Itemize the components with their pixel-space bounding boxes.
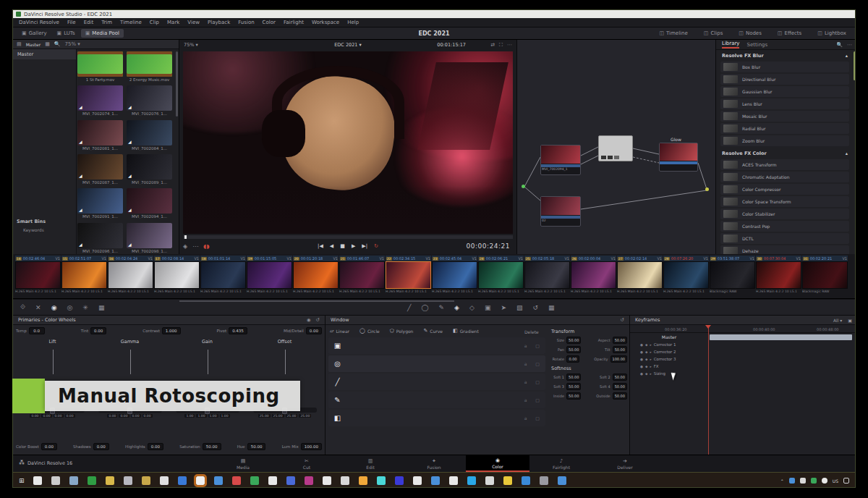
library-effect-item[interactable]: DCTL — [720, 233, 849, 244]
timeline-clip[interactable]: 2500:02:05:18V1H.265 Main 4:2:2 10 L5.1 — [524, 256, 570, 294]
expand-arrow-icon[interactable]: ▸ — [650, 350, 651, 354]
stop-button[interactable]: ■ — [340, 243, 345, 249]
tool-icon-right-1[interactable]: ◯ — [421, 304, 428, 311]
corrector-node-1[interactable]: MVI_7002094_1 — [540, 145, 581, 175]
timeline-clip[interactable]: 2600:02:00:04V1H.265 Main 4:2:2 10 L5.1 — [571, 256, 616, 294]
invert-icon[interactable]: a — [524, 361, 527, 366]
tray-icon-4[interactable] — [822, 478, 827, 484]
menu-item-help[interactable]: Help — [347, 20, 359, 25]
timeline-clip[interactable]: 1500:02:51:07V1H.265 Main 4:2:2 10 L5.1 — [61, 256, 107, 294]
transform-size-value[interactable]: 50.00 — [566, 337, 581, 344]
softness-soft2-value[interactable]: 50.00 — [613, 374, 627, 381]
taskbar-app-icon-17[interactable] — [341, 476, 349, 485]
menu-item-timeline[interactable]: Timeline — [120, 20, 142, 25]
tool-icon-left-2[interactable]: ◉ — [51, 304, 57, 311]
adjust-field-highlights-value[interactable]: 0.00 — [148, 443, 163, 450]
tool-icon-right-2[interactable]: ✎ — [439, 304, 445, 311]
library-effect-item[interactable]: Dehaze — [720, 245, 849, 254]
taskbar-app-icon-24[interactable] — [467, 476, 476, 485]
window-tool-circle[interactable]: ◯Circle — [359, 328, 380, 334]
keyframes-master-track[interactable]: Master — [630, 333, 708, 341]
page-tab-edit[interactable]: ▥Edit — [339, 455, 402, 472]
window-tool-curve[interactable]: ✎Curve — [423, 328, 443, 334]
taskbar-app-icon-19[interactable] — [377, 476, 386, 485]
taskbar-app-icon-12[interactable] — [250, 476, 259, 485]
keyframe-track-corrector-2[interactable]: ●◆▸Corrector 2 — [630, 348, 708, 355]
library-effect-item[interactable]: Box Blur — [720, 62, 849, 72]
transform-tilt-value[interactable]: 50.00 — [613, 346, 627, 353]
timeline-clip[interactable]: 2300:02:45:04V1H.265 Main 4:2:2 10 L5.1 — [432, 256, 477, 294]
wheels-reset-icon[interactable]: ↺ — [316, 317, 320, 323]
selected-node[interactable] — [598, 135, 633, 161]
search-icon[interactable]: 🔍 — [54, 41, 61, 47]
wheel-field-temp-value[interactable]: 0.0 — [29, 327, 45, 334]
timeline-clip[interactable]: 3000:07:30:04V1H.265 Main 4:2:2 10 L5.1 — [756, 256, 801, 294]
taskbar-app-icon-13[interactable] — [268, 476, 277, 485]
smart-bins-header[interactable]: Smart Bins — [13, 217, 76, 226]
wheel-field-tint-value[interactable]: 0.00 — [90, 327, 106, 334]
transform-aspect-value[interactable]: 50.00 — [613, 337, 627, 344]
tool-icon-right-4[interactable]: ◇ — [469, 304, 475, 311]
keyframes-playhead[interactable] — [708, 325, 709, 455]
tool-icon-right-9[interactable]: ▦ — [548, 304, 555, 311]
tab-library[interactable]: Library — [722, 41, 739, 48]
adjust-field-shadows-value[interactable]: 0.00 — [93, 443, 109, 450]
topbar-button-effects[interactable]: ◫Effects — [773, 29, 806, 38]
start-button[interactable]: ⊞ — [19, 477, 25, 484]
bin-item-master[interactable]: Master — [13, 49, 76, 59]
expand-arrow-icon[interactable]: ▸ — [650, 372, 651, 376]
taskbar-app-icon-9[interactable] — [196, 476, 205, 485]
page-tab-color[interactable]: ◉Color — [466, 455, 529, 472]
invert-icon[interactable]: a — [524, 415, 527, 421]
keyframes-panel-icon[interactable]: ▣ — [848, 318, 852, 323]
library-section-header[interactable]: Resolve FX Blur▴ — [716, 50, 854, 60]
page-tab-deliver[interactable]: ➔Deliver — [593, 455, 657, 472]
bin-selector[interactable]: Master — [26, 42, 41, 47]
mask-icon[interactable]: ▢ — [535, 415, 540, 421]
window-shape-row-4[interactable]: ◧a▢ — [328, 410, 545, 426]
wheels-settings-icon[interactable]: ◉ — [307, 317, 311, 323]
softness-soft4-value[interactable]: 50.00 — [613, 383, 627, 390]
taskbar-app-icon-26[interactable] — [503, 476, 512, 485]
taskbar-app-icon-2[interactable] — [69, 476, 78, 485]
tab-settings[interactable]: Settings — [746, 42, 767, 48]
mask-icon[interactable]: ▢ — [535, 397, 540, 402]
topbar-button-timeline[interactable]: ◫Timeline — [655, 29, 692, 38]
library-effect-item[interactable]: Lens Blur — [720, 98, 849, 109]
viewer-scrub-bar[interactable] — [183, 235, 513, 239]
menu-item-trim[interactable]: Trim — [101, 20, 112, 25]
window-shape-row-0[interactable]: ▣a▢ — [328, 337, 545, 354]
tool-icon-right-5[interactable]: ▣ — [485, 304, 491, 311]
timeline-clip[interactable]: 2800:07:26:20V1H.265 Main 4:2:2 10 L5.1 — [663, 256, 709, 294]
taskbar-app-icon-15[interactable] — [305, 476, 313, 485]
timeline-name-dropdown[interactable]: EDC 2021 ▾ — [334, 42, 362, 48]
next-clip-button[interactable]: ▶| — [362, 243, 367, 249]
window-shape-row-1[interactable]: ◎a▢ — [328, 355, 545, 372]
invert-icon[interactable]: a — [524, 343, 527, 348]
tool-icon-right-7[interactable]: ▧ — [516, 304, 523, 311]
master-track-bar[interactable] — [710, 334, 852, 340]
play-button[interactable]: ▶ — [352, 243, 355, 249]
library-effect-item[interactable]: Gaussian Blur — [720, 86, 849, 97]
tool-icon-right-6[interactable]: ➤ — [501, 304, 506, 311]
taskbar-app-icon-4[interactable] — [106, 476, 114, 485]
media-clip[interactable]: 2 Energy Music.mov — [127, 51, 172, 83]
softness-soft3-value[interactable]: 50.00 — [566, 383, 581, 390]
media-clip[interactable]: ◢MVI_7002089_1... — [127, 154, 172, 185]
wheel-field-pivot-value[interactable]: 0.435 — [229, 327, 247, 334]
mask-icon[interactable]: ▢ — [535, 361, 540, 366]
keyframe-track-corrector-1[interactable]: ●◆▸Corrector 1 — [630, 341, 708, 348]
invert-icon[interactable]: a — [524, 397, 527, 402]
step-back-button[interactable]: ◀ — [330, 243, 333, 249]
timeline-clip[interactable]: 1400:02:46:04V1H.265 Main 4:2:2 10 L5.1 — [15, 256, 61, 294]
taskbar-app-icon-0[interactable] — [33, 476, 42, 485]
timeline-clip[interactable]: 2100:01:46:07V1H.265 Main 4:2:2 10 L5.1 — [339, 256, 385, 294]
taskbar-app-icon-29[interactable] — [558, 476, 566, 485]
library-more-icon[interactable]: ⋯ — [847, 42, 852, 48]
library-effect-item[interactable]: Contrast Pop — [720, 221, 849, 232]
expand-arrow-icon[interactable]: ▸ — [650, 343, 651, 347]
timeline-clip[interactable]: 2400:02:06:21V1H.265 Main 4:2:2 10 L5.1 — [478, 256, 524, 294]
menu-item-edit[interactable]: Edit — [84, 20, 94, 25]
loop-button[interactable]: ↻ — [374, 243, 378, 249]
taskbar-app-icon-3[interactable] — [88, 476, 96, 485]
